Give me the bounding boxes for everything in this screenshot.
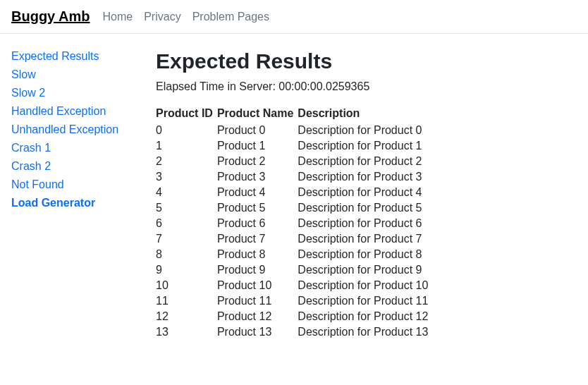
table-row: 8Product 8Description for Product 8 (156, 247, 432, 262)
table-row: 11Product 11Description for Product 11 (156, 293, 432, 309)
cell-product-name: Product 11 (217, 293, 298, 309)
table-row: 5Product 5Description for Product 5 (156, 200, 432, 216)
sidebar-item[interactable]: Crash 2 (11, 158, 135, 175)
col-description: Description (298, 107, 432, 123)
cell-product-id: 11 (156, 293, 217, 309)
cell-product-name: Product 6 (217, 216, 298, 231)
cell-product-id: 9 (156, 262, 217, 278)
cell-product-name: Product 2 (217, 154, 298, 169)
table-row: 0Product 0Description for Product 0 (156, 123, 432, 138)
topbar-inner: Buggy Amb Home Privacy Problem Pages (0, 6, 588, 28)
cell-product-name: Product 10 (217, 278, 298, 293)
table-row: 4Product 4Description for Product 4 (156, 185, 432, 200)
cell-description: Description for Product 6 (298, 216, 432, 231)
col-product-id: Product ID (156, 107, 217, 123)
cell-description: Description for Product 1 (298, 138, 432, 154)
cell-product-id: 1 (156, 138, 217, 154)
cell-product-name: Product 1 (217, 138, 298, 154)
cell-description: Description for Product 2 (298, 154, 432, 169)
cell-description: Description for Product 5 (298, 200, 432, 216)
cell-description: Description for Product 13 (298, 324, 432, 340)
cell-product-id: 10 (156, 278, 217, 293)
cell-description: Description for Product 7 (298, 231, 432, 247)
cell-description: Description for Product 8 (298, 247, 432, 262)
main-content: Expected Results Elapsed Time in Server:… (156, 48, 577, 340)
sidebar: Expected ResultsSlowSlow 2Handled Except… (11, 48, 135, 340)
cell-product-id: 7 (156, 231, 217, 247)
col-product-name: Product Name (217, 107, 298, 123)
sidebar-item[interactable]: Unhandled Exception (11, 121, 135, 138)
cell-product-id: 6 (156, 216, 217, 231)
sidebar-item[interactable]: Expected Results (11, 48, 135, 65)
page-title: Expected Results (156, 49, 577, 73)
sidebar-item[interactable]: Crash 1 (11, 140, 135, 157)
sidebar-item[interactable]: Slow (11, 66, 135, 83)
nav-problem-pages[interactable]: Problem Pages (192, 8, 269, 26)
table-row: 6Product 6Description for Product 6 (156, 216, 432, 231)
sidebar-item[interactable]: Handled Exception (11, 103, 135, 120)
brand-link[interactable]: Buggy Amb (11, 6, 90, 28)
cell-product-name: Product 4 (217, 185, 298, 200)
cell-description: Description for Product 12 (298, 309, 432, 324)
cell-product-name: Product 3 (217, 169, 298, 185)
cell-product-id: 12 (156, 309, 217, 324)
table-row: 12Product 12Description for Product 12 (156, 309, 432, 324)
cell-product-id: 4 (156, 185, 217, 200)
cell-description: Description for Product 11 (298, 293, 432, 309)
sidebar-item[interactable]: Slow 2 (11, 85, 135, 102)
cell-product-id: 8 (156, 247, 217, 262)
cell-product-id: 2 (156, 154, 217, 169)
table-row: 9Product 9Description for Product 9 (156, 262, 432, 278)
products-table: Product ID Product Name Description 0Pro… (156, 107, 432, 340)
table-row: 3Product 3Description for Product 3 (156, 169, 432, 185)
nav-home[interactable]: Home (102, 8, 133, 26)
table-row: 1Product 1Description for Product 1 (156, 138, 432, 154)
cell-product-name: Product 9 (217, 262, 298, 278)
cell-product-name: Product 13 (217, 324, 298, 340)
cell-product-name: Product 8 (217, 247, 298, 262)
cell-product-name: Product 7 (217, 231, 298, 247)
cell-description: Description for Product 9 (298, 262, 432, 278)
table-row: 7Product 7Description for Product 7 (156, 231, 432, 247)
nav-links: Home Privacy Problem Pages (102, 8, 269, 26)
cell-description: Description for Product 10 (298, 278, 432, 293)
cell-product-name: Product 5 (217, 200, 298, 216)
sidebar-item[interactable]: Load Generator (11, 195, 135, 212)
cell-product-id: 3 (156, 169, 217, 185)
elapsed-value: 00:00:00.0259365 (278, 80, 369, 92)
cell-product-id: 0 (156, 123, 217, 138)
nav-privacy[interactable]: Privacy (144, 8, 180, 26)
table-row: 13Product 13Description for Product 13 (156, 324, 432, 340)
table-row: 10Product 10Description for Product 10 (156, 278, 432, 293)
cell-product-name: Product 12 (217, 309, 298, 324)
elapsed-label: Elapsed Time in Server: (156, 80, 278, 92)
sidebar-item[interactable]: Not Found (11, 176, 135, 193)
cell-product-id: 5 (156, 200, 217, 216)
cell-product-name: Product 0 (217, 123, 298, 138)
cell-description: Description for Product 4 (298, 185, 432, 200)
table-header-row: Product ID Product Name Description (156, 107, 432, 123)
table-row: 2Product 2Description for Product 2 (156, 154, 432, 169)
topbar: Buggy Amb Home Privacy Problem Pages (0, 0, 588, 34)
page-body: Expected ResultsSlowSlow 2Handled Except… (0, 34, 588, 354)
elapsed-line: Elapsed Time in Server: 00:00:00.0259365 (156, 80, 577, 93)
cell-product-id: 13 (156, 324, 217, 340)
cell-description: Description for Product 0 (298, 123, 432, 138)
cell-description: Description for Product 3 (298, 169, 432, 185)
